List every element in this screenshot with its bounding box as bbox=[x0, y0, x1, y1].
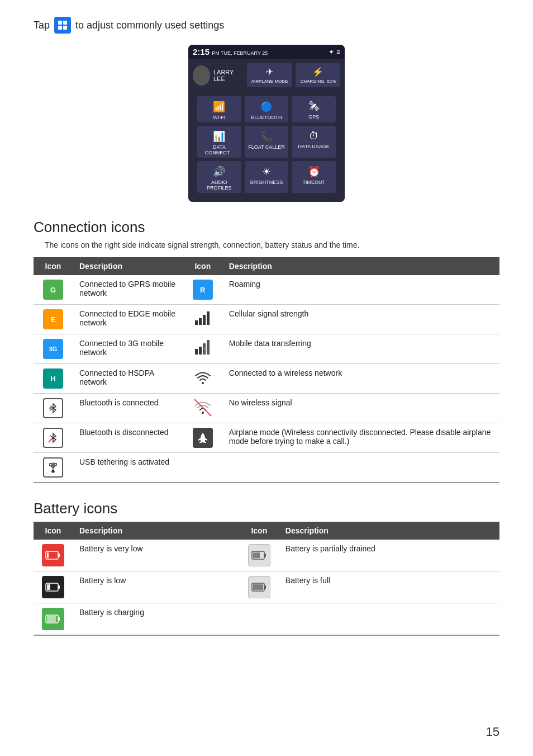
brightness-tile[interactable]: ☀ BRIGHTNESS bbox=[245, 161, 289, 193]
audio-profiles-tile[interactable]: 🔊 AUDIO PROFILES bbox=[197, 161, 241, 193]
conn-row5-desc1: Bluetooth is connected bbox=[73, 394, 183, 423]
svg-rect-22 bbox=[50, 464, 52, 466]
conn-row2-icon2 bbox=[183, 305, 222, 334]
batt-row2-desc2: Battery is full bbox=[279, 571, 499, 603]
gps-tile[interactable]: 🛰 GPS bbox=[292, 96, 336, 122]
svg-rect-6 bbox=[203, 315, 206, 325]
charging-tile[interactable]: ⚡ CHARGING, 62% bbox=[296, 63, 340, 87]
svg-rect-9 bbox=[199, 347, 202, 355]
page-number: 15 bbox=[486, 725, 499, 739]
svg-rect-7 bbox=[207, 311, 210, 325]
phone-status-icons: ✦ ≡ bbox=[329, 48, 340, 56]
battery-icon-table: Icon Description Icon Description bbox=[34, 522, 499, 636]
svg-rect-4 bbox=[195, 320, 198, 325]
settings-icon: ✦ bbox=[329, 48, 334, 56]
no-wifi-icon bbox=[193, 398, 212, 417]
batt-row3-icon1: ⚡ bbox=[34, 603, 73, 636]
bluetooth-tile-icon: 🔵 bbox=[247, 101, 287, 113]
conn-row1-icon2: R bbox=[183, 275, 222, 305]
settings-grid-icon bbox=[54, 17, 71, 34]
conn-row-3: 3G Connected to 3G mobile network ↑↓ Mob… bbox=[34, 334, 499, 364]
conn-row1-icon1: G bbox=[34, 275, 73, 305]
svg-rect-31 bbox=[58, 585, 60, 589]
conn-row-1: G Connected to GPRS mobile network R Roa… bbox=[34, 275, 499, 305]
conn-row1-desc1: Connected to GPRS mobile network bbox=[73, 275, 183, 305]
connection-section-heading: Connection icons bbox=[34, 219, 499, 236]
hsdpa-icon: H bbox=[43, 368, 63, 389]
brightness-icon: ☀ bbox=[247, 166, 287, 178]
conn-row6-desc2: Airplane mode (Wireless connectivity dis… bbox=[222, 423, 499, 453]
float-caller-tile[interactable]: 📞 FLOAT CALLER bbox=[245, 126, 289, 158]
svg-point-14 bbox=[49, 407, 51, 409]
svg-rect-29 bbox=[253, 552, 260, 558]
batt-row-1: Battery is very low Battery is partially… bbox=[34, 540, 499, 571]
phone-quick-settings: LARRY LEE ✈ AIRPLANE MODE ⚡ CHARGING, 62… bbox=[188, 59, 345, 202]
airplane-mode-tile[interactable]: ✈ AIRPLANE MODE bbox=[247, 63, 293, 87]
charging-label: CHARGING, 62% bbox=[300, 79, 336, 84]
batt-row3-desc1: Battery is charging bbox=[73, 603, 240, 636]
connection-icon-table: Icon Description Icon Description G Conn… bbox=[34, 257, 499, 483]
battery-partial-icon bbox=[248, 544, 270, 566]
svg-rect-8 bbox=[195, 349, 198, 355]
batt-row2-icon2 bbox=[240, 571, 279, 603]
3g-icon: 3G bbox=[43, 339, 63, 359]
conn-row-6: Bluetooth is disconnected Airplane mode … bbox=[34, 423, 499, 453]
conn-row6-icon1 bbox=[34, 423, 73, 453]
data-usage-tile[interactable]: ⏱ DATA USAGE bbox=[292, 126, 336, 158]
roaming-icon: R bbox=[193, 280, 213, 300]
data-usage-label: DATA USAGE bbox=[298, 144, 330, 149]
wifi-tile[interactable]: 📶 WI-FI bbox=[197, 96, 241, 122]
airplane-label: AIRPLANE MODE bbox=[251, 79, 288, 84]
conn-row7-desc1: USB tethering is activated bbox=[73, 453, 499, 483]
svg-rect-5 bbox=[199, 318, 202, 325]
battery-full-icon bbox=[248, 576, 270, 598]
audio-profiles-label: AUDIO PROFILES bbox=[207, 179, 232, 191]
float-caller-label: FLOAT CALLER bbox=[248, 144, 285, 150]
gprs-icon: G bbox=[43, 280, 63, 300]
conn-row5-icon1 bbox=[34, 394, 73, 423]
svg-rect-28 bbox=[264, 554, 266, 557]
svg-point-19 bbox=[52, 470, 54, 472]
svg-rect-26 bbox=[47, 552, 49, 558]
batt-row3-icon2 bbox=[240, 603, 279, 636]
signal-strength-icon bbox=[194, 309, 212, 327]
data-connect-tile[interactable]: 📊 DATA CONNECT... bbox=[197, 126, 241, 158]
conn-row3-desc2: Mobile data transferring bbox=[222, 334, 499, 364]
phone-username: LARRY LEE bbox=[213, 69, 242, 82]
bluetooth-tile[interactable]: 🔵 BLUETOOTH bbox=[245, 96, 289, 122]
bluetooth-disconnected-icon bbox=[43, 428, 63, 448]
conn-row7-icon1 bbox=[34, 453, 73, 483]
timeout-tile[interactable]: ⏰ TIMEOUT bbox=[292, 161, 336, 193]
airplane-icon: ✈ bbox=[251, 67, 288, 77]
svg-rect-0 bbox=[58, 21, 62, 25]
svg-text:⚡: ⚡ bbox=[50, 616, 58, 623]
svg-rect-25 bbox=[58, 554, 60, 557]
batt-row2-icon1 bbox=[34, 571, 73, 603]
conn-row3-desc1: Connected to 3G mobile network bbox=[73, 334, 183, 364]
svg-point-13 bbox=[202, 382, 204, 384]
menu-icon: ≡ bbox=[336, 48, 340, 56]
audio-profiles-icon: 🔊 bbox=[199, 166, 239, 178]
conn-row4-icon1: H bbox=[34, 364, 73, 394]
battery-section-heading: Battery icons bbox=[34, 500, 499, 517]
batt-row1-icon1 bbox=[34, 540, 73, 571]
phone-status-bar: 2:15 PM TUE, FEBRUARY 25 ✦ ≡ bbox=[188, 45, 345, 59]
svg-rect-37 bbox=[58, 617, 60, 621]
conn-row2-desc1: Connected to EDGE mobile network bbox=[73, 305, 183, 334]
conn-row6-icon2 bbox=[183, 423, 222, 453]
svg-line-17 bbox=[49, 440, 51, 442]
batt-row1-desc1: Battery is very low bbox=[73, 540, 240, 571]
batt-row3-desc2 bbox=[279, 603, 499, 636]
mobile-data-icon: ↑↓ bbox=[194, 339, 212, 357]
svg-rect-34 bbox=[264, 585, 266, 589]
svg-text:↑↓: ↑↓ bbox=[203, 346, 207, 351]
batt-row2-desc1: Battery is low bbox=[73, 571, 240, 603]
batt-row-2: Battery is low Battery is full bbox=[34, 571, 499, 603]
phone-mockup: 2:15 PM TUE, FEBRUARY 25 ✦ ≡ LARRY LEE ✈… bbox=[188, 45, 345, 202]
svg-point-15 bbox=[202, 412, 204, 414]
svg-rect-23 bbox=[54, 464, 56, 465]
bluetooth-connected-icon bbox=[43, 398, 63, 418]
brightness-label: BRIGHTNESS bbox=[250, 179, 283, 185]
conn-row4-desc1: Connected to HSDPA network bbox=[73, 364, 183, 394]
batt-row1-desc2: Battery is partially drained bbox=[279, 540, 499, 571]
